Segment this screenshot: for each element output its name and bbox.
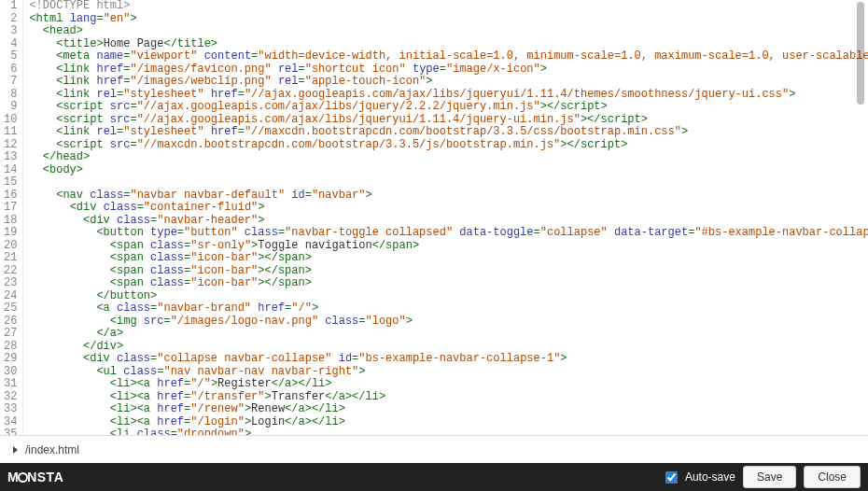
- code-content[interactable]: <span class="icon-bar"></span>: [23, 252, 868, 265]
- code-line[interactable]: 31 <li><a href="/">Register</a></li>: [0, 378, 868, 391]
- line-number: 21: [0, 252, 23, 265]
- code-line[interactable]: 5 <meta name="viewport" content="width=d…: [0, 50, 868, 63]
- code-line[interactable]: 23 <span class="icon-bar"></span>: [0, 277, 868, 290]
- line-number: 5: [0, 50, 23, 63]
- code-line[interactable]: 9 <script src="//ajax.googleapis.com/aja…: [0, 101, 868, 114]
- code-content[interactable]: <img src="/images/logo-nav.png" class="l…: [23, 316, 868, 329]
- code-content[interactable]: <script src="//ajax.googleapis.com/ajax/…: [23, 101, 868, 114]
- code-line[interactable]: 14 <body>: [0, 164, 868, 177]
- code-content[interactable]: </button>: [23, 290, 868, 303]
- line-number: 30: [0, 366, 23, 379]
- code-content[interactable]: <span class="icon-bar"></span>: [23, 265, 868, 278]
- code-content[interactable]: </a>: [23, 328, 868, 341]
- code-content[interactable]: <head>: [23, 25, 868, 38]
- code-line[interactable]: 11 <link rel="stylesheet" href="//maxcdn…: [0, 126, 868, 139]
- code-line[interactable]: 3 <head>: [0, 25, 868, 38]
- code-content[interactable]: [23, 176, 868, 189]
- code-line[interactable]: 24 </button>: [0, 290, 868, 303]
- code-content[interactable]: <meta name="viewport" content="width=dev…: [23, 50, 868, 63]
- code-content[interactable]: <ul class="nav navbar-nav navbar-right">: [23, 366, 868, 379]
- code-content[interactable]: <!DOCTYPE html>: [23, 0, 868, 13]
- code-content[interactable]: <span class="sr-only">Toggle navigation<…: [23, 240, 868, 253]
- code-content[interactable]: <div class="collapse navbar-collapse" id…: [23, 353, 868, 366]
- code-content[interactable]: <li><a href="/transfer">Transfer</a></li…: [23, 391, 868, 404]
- code-content[interactable]: <link rel="stylesheet" href="//maxcdn.bo…: [23, 126, 868, 139]
- code-line[interactable]: 6 <link href="/images/favicon.png" rel="…: [0, 63, 868, 77]
- editor-window: 1<!DOCTYPE html>2<html lang="en">3 <head…: [0, 0, 868, 491]
- code-line[interactable]: 27 </a>: [0, 328, 868, 341]
- code-content[interactable]: <body>: [23, 164, 868, 177]
- code-line[interactable]: 25 <a class="navbar-brand" href="/">: [0, 302, 868, 316]
- code-content[interactable]: <link href="/images/webclip.png" rel="ap…: [23, 76, 868, 89]
- code-line[interactable]: 34 <li><a href="/login">Login</a></li>: [0, 416, 868, 429]
- code-line[interactable]: 20 <span class="sr-only">Toggle navigati…: [0, 240, 868, 253]
- code-line[interactable]: 2<html lang="en">: [0, 13, 868, 26]
- code-line[interactable]: 12 <script src="//maxcdn.bootstrapcdn.co…: [0, 139, 868, 152]
- code-content[interactable]: <nav class="navbar navbar-default" id="n…: [23, 189, 868, 203]
- line-number: 6: [0, 63, 23, 77]
- line-number: 14: [0, 164, 23, 177]
- code-content[interactable]: <a class="navbar-brand" href="/">: [23, 302, 868, 316]
- code-content[interactable]: <script src="//maxcdn.bootstrapcdn.com/b…: [23, 139, 868, 152]
- save-button[interactable]: Save: [743, 466, 796, 488]
- code-content[interactable]: <title>Home Page</title>: [23, 38, 868, 51]
- code-line[interactable]: 35 <li class="dropdown">: [0, 428, 868, 435]
- autosave-toggle[interactable]: Auto-save: [662, 469, 735, 486]
- code-content[interactable]: </div>: [23, 341, 868, 354]
- code-line[interactable]: 22 <span class="icon-bar"></span>: [0, 265, 868, 278]
- code-line[interactable]: 21 <span class="icon-bar"></span>: [0, 252, 868, 265]
- line-number: 2: [0, 13, 23, 26]
- code-line[interactable]: 16 <nav class="navbar navbar-default" id…: [0, 189, 868, 203]
- line-number: 12: [0, 139, 23, 152]
- code-content[interactable]: <li><a href="/renew">Renew</a></li>: [23, 403, 868, 416]
- vertical-scrollbar[interactable]: [857, 2, 864, 105]
- code-line[interactable]: 15: [0, 176, 868, 189]
- close-button[interactable]: Close: [804, 466, 861, 488]
- code-content[interactable]: <link rel="stylesheet" href="//ajax.goog…: [23, 89, 868, 102]
- line-number: 24: [0, 290, 23, 303]
- code-content[interactable]: <div class="navbar-header">: [23, 215, 868, 228]
- code-content[interactable]: </head>: [23, 151, 868, 164]
- line-number: 35: [0, 428, 23, 435]
- file-path-tab[interactable]: /index.html: [0, 436, 92, 463]
- code-line[interactable]: 4 <title>Home Page</title>: [0, 38, 868, 51]
- code-line[interactable]: 17 <div class="container-fluid">: [0, 202, 868, 215]
- code-line[interactable]: 19 <button type="button" class="navbar-t…: [0, 227, 868, 240]
- line-number: 20: [0, 240, 23, 253]
- code-line[interactable]: 13 </head>: [0, 151, 868, 164]
- code-line[interactable]: 18 <div class="navbar-header">: [0, 215, 868, 228]
- autosave-checkbox[interactable]: [665, 471, 678, 484]
- code-line[interactable]: 30 <ul class="nav navbar-nav navbar-righ…: [0, 366, 868, 379]
- line-number: 8: [0, 89, 23, 102]
- line-number: 11: [0, 126, 23, 139]
- code-content[interactable]: <link href="/images/favicon.png" rel="sh…: [23, 63, 868, 77]
- line-number: 9: [0, 101, 23, 114]
- autosave-label: Auto-save: [685, 470, 735, 484]
- code-line[interactable]: 10 <script src="//ajax.googleapis.com/aj…: [0, 114, 868, 127]
- code-content[interactable]: <html lang="en">: [23, 13, 868, 26]
- app-logo: MNSTA: [7, 470, 63, 484]
- file-path-label: /index.html: [25, 443, 79, 456]
- line-number: 25: [0, 302, 23, 316]
- code-content[interactable]: <span class="icon-bar"></span>: [23, 277, 868, 290]
- code-line[interactable]: 33 <li><a href="/renew">Renew</a></li>: [0, 403, 868, 416]
- line-number: 27: [0, 328, 23, 341]
- code-line[interactable]: 28 </div>: [0, 341, 868, 354]
- code-content[interactable]: <script src="//ajax.googleapis.com/ajax/…: [23, 114, 868, 127]
- line-number: 10: [0, 114, 23, 127]
- code-line[interactable]: 32 <li><a href="/transfer">Transfer</a><…: [0, 391, 868, 404]
- status-bar: MNSTA Auto-save Save Close: [0, 463, 868, 491]
- code-content[interactable]: <li><a href="/login">Login</a></li>: [23, 416, 868, 429]
- line-number: 1: [0, 0, 23, 13]
- code-line[interactable]: 8 <link rel="stylesheet" href="//ajax.go…: [0, 89, 868, 102]
- triangle-right-icon: [13, 446, 18, 454]
- code-content[interactable]: <li><a href="/">Register</a></li>: [23, 378, 868, 391]
- code-content[interactable]: <div class="container-fluid">: [23, 202, 868, 215]
- code-line[interactable]: 26 <img src="/images/logo-nav.png" class…: [0, 316, 868, 329]
- code-line[interactable]: 7 <link href="/images/webclip.png" rel="…: [0, 76, 868, 89]
- code-editor[interactable]: 1<!DOCTYPE html>2<html lang="en">3 <head…: [0, 0, 868, 435]
- code-content[interactable]: <button type="button" class="navbar-togg…: [23, 227, 868, 240]
- code-content[interactable]: <li class="dropdown">: [23, 428, 868, 435]
- code-line[interactable]: 29 <div class="collapse navbar-collapse"…: [0, 353, 868, 366]
- code-line[interactable]: 1<!DOCTYPE html>: [0, 0, 868, 13]
